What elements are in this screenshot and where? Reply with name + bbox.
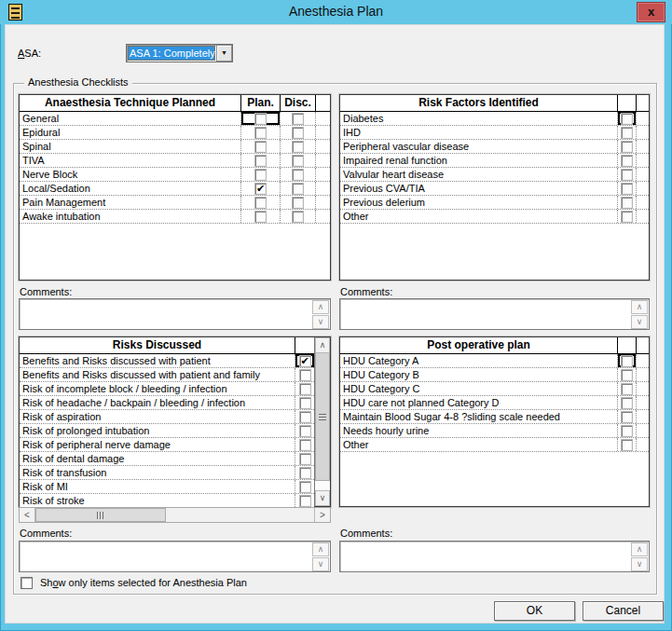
checkbox-cell[interactable]: [240, 154, 280, 167]
checkbox-cell[interactable]: [295, 438, 314, 451]
vertical-scrollbar[interactable]: ∧ ∨: [314, 337, 330, 506]
checkbox-cell[interactable]: [617, 168, 636, 181]
scroll-down-icon[interactable]: ∨: [631, 315, 648, 329]
checkbox-icon[interactable]: [621, 127, 633, 139]
checkbox-cell[interactable]: [240, 210, 280, 223]
checkbox-icon[interactable]: [621, 369, 633, 381]
checkbox-cell[interactable]: [617, 396, 636, 409]
scroll-left-icon[interactable]: <: [20, 508, 35, 522]
checkbox-icon[interactable]: [621, 169, 633, 181]
checkbox-icon[interactable]: [299, 495, 311, 507]
checkbox-cell[interactable]: [280, 140, 315, 153]
checkbox-icon[interactable]: [254, 197, 267, 209]
checkbox-cell[interactable]: [617, 140, 636, 153]
scrollbar-thumb[interactable]: [315, 353, 330, 481]
checkbox-icon[interactable]: [254, 169, 267, 181]
checkbox-cell[interactable]: [295, 452, 314, 465]
checkbox-cell[interactable]: ✔: [240, 182, 280, 195]
checkbox-cell[interactable]: [295, 424, 314, 437]
scroll-up-icon[interactable]: ∧: [312, 542, 329, 556]
checkbox-cell[interactable]: [617, 210, 636, 223]
scrollbar-track[interactable]: [315, 481, 330, 490]
checkbox-icon[interactable]: [292, 141, 304, 153]
checkbox-icon[interactable]: [299, 467, 311, 479]
checkbox-icon[interactable]: [254, 141, 267, 153]
checkbox-cell[interactable]: [617, 154, 636, 167]
checkbox-cell[interactable]: [617, 354, 636, 367]
checkbox-cell[interactable]: [240, 168, 280, 181]
checkbox-cell[interactable]: [295, 410, 314, 423]
titlebar[interactable]: Anesthesia Plan x: [0, 0, 672, 24]
checkbox-icon[interactable]: [621, 439, 633, 451]
cancel-button[interactable]: Cancel: [583, 601, 664, 621]
checkbox-icon[interactable]: [254, 127, 267, 139]
checkbox-icon[interactable]: [299, 383, 311, 395]
checkbox-cell[interactable]: [295, 494, 314, 507]
checkbox-cell[interactable]: [295, 382, 314, 395]
checkbox-icon[interactable]: [621, 155, 633, 167]
scroll-up-icon[interactable]: ∧: [631, 300, 648, 314]
checkbox-icon[interactable]: [254, 155, 267, 167]
checkbox-cell[interactable]: [240, 126, 280, 139]
checkbox-icon[interactable]: [292, 211, 304, 223]
scrollbar-thumb[interactable]: [35, 508, 166, 522]
checkbox-cell[interactable]: [280, 210, 315, 223]
checkbox-icon[interactable]: [292, 127, 304, 139]
scroll-down-icon[interactable]: ∨: [312, 315, 329, 329]
checkbox-cell[interactable]: [617, 182, 636, 195]
checkbox-cell[interactable]: [295, 396, 314, 409]
scroll-up-icon[interactable]: ∧: [631, 542, 648, 556]
checkbox-cell[interactable]: [295, 466, 314, 479]
checkbox-icon[interactable]: [621, 197, 633, 209]
scrollbar-track[interactable]: [166, 508, 314, 522]
checkbox-cell[interactable]: [280, 182, 315, 195]
checkbox-cell[interactable]: [280, 126, 315, 139]
chevron-down-icon[interactable]: ▼: [216, 45, 232, 62]
risks-discussed-comments-input[interactable]: ∧ ∨: [19, 541, 331, 572]
checkbox-cell[interactable]: [240, 112, 280, 125]
checkbox-cell[interactable]: [280, 196, 315, 209]
checkbox-icon[interactable]: [621, 113, 633, 125]
checkbox-icon[interactable]: [299, 481, 311, 493]
checkbox-cell[interactable]: ✔: [295, 354, 314, 367]
checkbox-cell[interactable]: [295, 480, 314, 493]
technique-comments-input[interactable]: ∧ ∨: [19, 298, 331, 330]
checkbox-icon[interactable]: [299, 425, 311, 437]
checkbox-icon[interactable]: [292, 155, 304, 167]
scroll-down-icon[interactable]: ∨: [312, 557, 329, 571]
scroll-down-icon[interactable]: ∨: [631, 557, 648, 571]
checkbox-icon[interactable]: [299, 411, 311, 423]
scroll-up-icon[interactable]: ∧: [315, 337, 330, 353]
checkbox-icon[interactable]: [621, 211, 633, 223]
checkbox-icon[interactable]: [621, 425, 633, 437]
checkbox-cell[interactable]: [617, 196, 636, 209]
checkbox-cell[interactable]: [617, 438, 636, 451]
checkbox-icon[interactable]: [621, 355, 633, 367]
checkbox-icon[interactable]: [292, 197, 304, 209]
scroll-up-icon[interactable]: ∧: [312, 300, 329, 314]
checkbox-icon[interactable]: [292, 183, 304, 195]
checkbox-icon[interactable]: [621, 141, 633, 153]
checkbox-icon[interactable]: [299, 439, 311, 451]
asa-dropdown[interactable]: ASA 1: Completely H ▼: [126, 44, 233, 62]
risk-factors-comments-input[interactable]: ∧ ∨: [339, 298, 650, 330]
checkbox-icon[interactable]: [299, 369, 311, 381]
ok-button[interactable]: OK: [494, 601, 575, 621]
checkbox-cell[interactable]: [617, 424, 636, 437]
checkbox-cell[interactable]: [617, 410, 636, 423]
checkbox-cell[interactable]: [240, 196, 280, 209]
checkbox-icon[interactable]: [254, 113, 267, 125]
checkbox-cell[interactable]: [617, 126, 636, 139]
horizontal-scrollbar[interactable]: < >: [19, 507, 331, 523]
checkbox-icon[interactable]: [299, 453, 311, 465]
checkbox-cell[interactable]: [295, 368, 314, 381]
checkbox-icon[interactable]: [621, 411, 633, 423]
checkbox-icon[interactable]: [299, 397, 311, 409]
checkbox-cell[interactable]: [617, 112, 636, 125]
checkbox-icon[interactable]: [621, 383, 633, 395]
close-button[interactable]: x: [637, 2, 665, 22]
checkbox-cell[interactable]: [280, 168, 315, 181]
checkbox-icon[interactable]: [292, 113, 304, 125]
scroll-down-icon[interactable]: ∨: [315, 490, 330, 506]
checkbox-icon[interactable]: ✔: [254, 183, 267, 195]
